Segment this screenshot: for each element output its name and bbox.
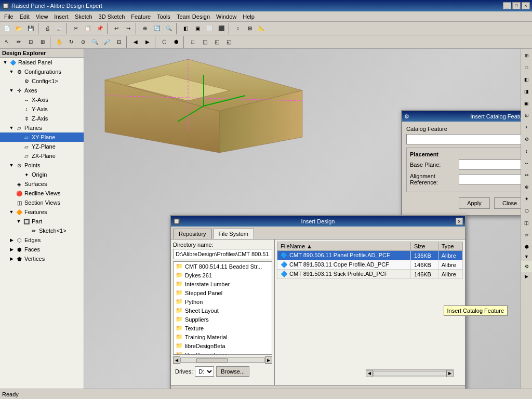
browse-btn[interactable]: Browse... (216, 366, 249, 377)
back-btn[interactable]: ◀ (130, 36, 141, 48)
dim-btn[interactable]: ↕ (232, 23, 244, 34)
save-btn[interactable]: 💾 (25, 23, 36, 34)
tree-part[interactable]: ▼ 🔲 Part (0, 217, 84, 226)
copy-btn[interactable]: 📋 (82, 23, 94, 34)
rt-btn13[interactable]: ✦ (521, 193, 533, 205)
col-filename[interactable]: FileName ▲ (277, 242, 411, 251)
draw-btn[interactable]: ◰ (211, 36, 222, 48)
menu-view[interactable]: View (33, 12, 51, 21)
view4-btn[interactable]: ⬛ (216, 23, 227, 34)
rt-btn4[interactable]: ◨ (521, 86, 533, 97)
rt-btn7[interactable]: + (521, 122, 533, 133)
zoomin-btn[interactable]: 🔍 (89, 36, 101, 48)
rt-btn10[interactable]: ↔ (521, 157, 533, 169)
menu-help[interactable]: Help (240, 12, 258, 21)
expand-icon6[interactable]: ▼ (8, 162, 15, 168)
sheet-btn[interactable]: ◱ (223, 36, 234, 48)
tree-edges[interactable]: ▶ ⬡ Edges (0, 235, 84, 245)
rt-catalog-btn[interactable]: ⚙ (521, 261, 533, 272)
view2-btn[interactable]: ▣ (192, 23, 203, 34)
tree-vertices[interactable]: ▶ ⬟ Vertices (0, 254, 84, 263)
expand-icon[interactable]: ▼ (2, 59, 8, 65)
table-row[interactable]: 🔷 CMT 890.506.11 Panel Profile.AD_PCF 13… (277, 251, 463, 260)
tree-features[interactable]: ▼ 🔶 Features (0, 207, 84, 217)
table-row[interactable]: 🔷 CMT 891.503.11 Stick Profile.AD_PCF 14… (277, 270, 463, 279)
maximize-btn[interactable]: □ (512, 2, 521, 9)
feature2-btn[interactable]: ⬢ (170, 36, 182, 48)
view1-btn[interactable]: ◧ (180, 23, 191, 34)
menu-file[interactable]: File (1, 12, 17, 21)
list-item[interactable]: 📁 CMT 800.514.11 Beaded Str... (174, 262, 272, 271)
rt-scroll-down[interactable]: ▼ (523, 253, 530, 260)
rt-btn11[interactable]: ⇔ (521, 169, 533, 181)
tree-surfaces[interactable]: ◈ Surfaces (0, 179, 84, 189)
expand-icon7[interactable]: ▼ (8, 209, 15, 215)
rt-btn15[interactable]: ◫ (521, 217, 533, 229)
scroll-track[interactable] (180, 357, 265, 363)
tree-redline[interactable]: 🔴 Redline Views (0, 189, 84, 198)
dir-input[interactable] (173, 249, 272, 259)
expand-icon5[interactable]: ▼ (8, 125, 15, 131)
new-btn[interactable]: 📄 (1, 23, 12, 34)
tree-raised-panel[interactable]: ▼ 🔷 Raised Panel (0, 58, 84, 67)
scroll-right-btn[interactable]: ▶ (265, 356, 272, 364)
pan-btn[interactable]: ✋ (54, 36, 65, 48)
list-item[interactable]: 📁 Stepped Panel (174, 288, 272, 297)
tree-sketch1[interactable]: ✏ Sketch<1> (0, 226, 84, 235)
menu-tools[interactable]: Tools (154, 12, 174, 21)
expand-icon2[interactable]: ▼ (8, 69, 15, 75)
snap-btn[interactable]: ⊡ (25, 36, 36, 48)
menu-insert[interactable]: Insert (51, 12, 72, 21)
tree-configurations[interactable]: ▼ ⚙ Configurations (0, 67, 84, 76)
catalog-apply-btn[interactable]: Apply (459, 197, 490, 209)
tree-axes[interactable]: ▼ ✛ Axes (0, 86, 84, 95)
close-btn[interactable]: × (522, 2, 530, 9)
expand-icon10[interactable]: ▶ (8, 246, 15, 252)
sketch2-btn[interactable]: ⬡ (158, 36, 170, 48)
scroll-thumb[interactable] (196, 358, 228, 363)
tab-repository[interactable]: Repository (173, 229, 212, 239)
view3-btn[interactable]: ⬜ (204, 23, 215, 34)
tree-config1[interactable]: ⚙ Config<1> (0, 76, 84, 86)
scroll-left-btn[interactable]: ◀ (173, 356, 180, 364)
grid-btn[interactable]: ⊞ (37, 36, 48, 48)
rt-btn8[interactable]: ⚙ (521, 134, 533, 145)
expand-icon9[interactable]: ▶ (8, 237, 15, 243)
tree-points[interactable]: ▼ ⊙ Points (0, 161, 84, 170)
menu-edit[interactable]: Edit (17, 12, 33, 21)
cut-btn[interactable]: ✂ (70, 23, 82, 34)
redo-btn[interactable]: ↪ (123, 23, 134, 34)
rotate-btn[interactable]: 🔄 (151, 23, 163, 34)
orbit-btn[interactable]: ⊙ (77, 36, 89, 48)
select-btn[interactable]: ⊕ (139, 23, 151, 34)
rt-btn6[interactable]: ⊡ (521, 110, 533, 121)
tree-origin[interactable]: ✦ Origin (0, 170, 84, 179)
list-item[interactable]: 📁 Interstate Lumber (174, 280, 272, 288)
expand-icon11[interactable]: ▶ (8, 256, 15, 262)
table-row[interactable]: 🔷 CMT 891.503.11 Cope Profile.AD_PCF 146… (277, 260, 463, 270)
hscroll-right[interactable]: ▶ (446, 370, 454, 377)
tree-planes[interactable]: ▼ ▱ Planes (0, 123, 84, 132)
list-item[interactable]: 📁 Training Material (174, 332, 272, 341)
zoomfit-btn[interactable]: ⊡ (113, 36, 125, 48)
tree-faces[interactable]: ▶ ⬢ Faces (0, 245, 84, 254)
menu-sketch[interactable]: Sketch (72, 12, 96, 21)
tree-zaxis[interactable]: ⇕ Z-Axis (0, 114, 84, 123)
tree-yzplane[interactable]: ▱ YZ-Plane (0, 142, 84, 151)
edit-btn[interactable]: ✏ (13, 36, 24, 48)
rt-btn3[interactable]: ◧ (521, 74, 533, 85)
rt-btn2[interactable]: □ (521, 62, 533, 73)
rt-btn16[interactable]: ▱ (521, 229, 533, 241)
undo-btn[interactable]: ↩ (111, 23, 122, 34)
arrow-btn[interactable]: ↖ (1, 36, 12, 48)
open-btn[interactable]: 📂 (13, 23, 24, 34)
zoom-btn[interactable]: 🔍 (163, 23, 175, 34)
tab-filesystem[interactable]: File System (213, 229, 254, 239)
fwd-btn[interactable]: ▶ (142, 36, 153, 48)
tree-xyplane[interactable]: ▱ XY-Plane (0, 132, 84, 142)
rt-btn1[interactable]: ⊞ (521, 50, 533, 61)
list-item[interactable]: 📁 libreDesignBeta (174, 341, 272, 350)
tree-xaxis[interactable]: ↔ X-Axis (0, 95, 84, 104)
print-btn[interactable]: 🖨 (42, 23, 53, 34)
minimize-btn[interactable]: _ (503, 2, 511, 9)
